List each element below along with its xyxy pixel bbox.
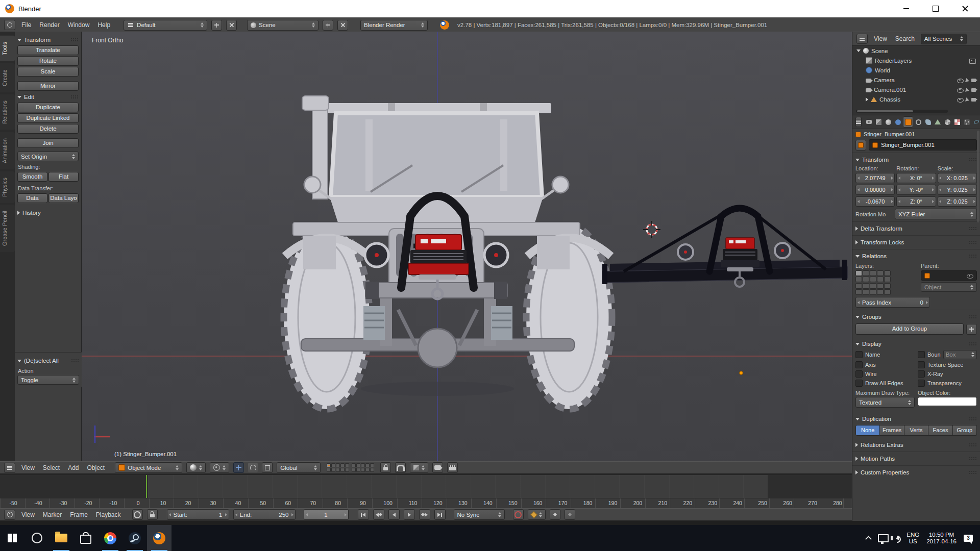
- scale-button[interactable]: Scale: [17, 67, 79, 77]
- layer-cell[interactable]: [877, 270, 884, 276]
- scale-z-field[interactable]: Z: 0.025: [938, 196, 977, 207]
- layer-cell[interactable]: [370, 463, 374, 467]
- steam-button[interactable]: [122, 525, 147, 551]
- duplication-group-button[interactable]: Group: [953, 425, 977, 436]
- duplication-frames-button[interactable]: Frames: [880, 425, 904, 436]
- duplication-faces-button[interactable]: Faces: [928, 425, 952, 436]
- tab-world[interactable]: [893, 117, 902, 127]
- hidden-icons-chevron[interactable]: [865, 536, 872, 542]
- delete-scene-button[interactable]: [337, 20, 348, 31]
- rotate-button[interactable]: Rotate: [17, 56, 79, 66]
- object-name-field[interactable]: Stinger_Bumper.001: [869, 139, 977, 151]
- selectability-cursor-icon[interactable]: [965, 78, 970, 83]
- renderability-camera-icon[interactable]: [971, 88, 976, 92]
- autokey-layered-button[interactable]: [147, 509, 158, 520]
- renderability-camera-icon[interactable]: [971, 79, 976, 82]
- visibility-eye-icon[interactable]: [957, 98, 964, 103]
- play-button[interactable]: [404, 509, 415, 520]
- layer-cell[interactable]: [855, 283, 862, 289]
- location-z-field[interactable]: -0.0670: [855, 196, 895, 207]
- layer-cell[interactable]: [863, 277, 869, 282]
- editor-type-timeline-icon[interactable]: [4, 510, 15, 520]
- viewport-menu-object[interactable]: Object: [85, 464, 107, 471]
- frame-end-field[interactable]: End:250: [233, 509, 296, 520]
- tab-particles[interactable]: [962, 117, 971, 127]
- manipulator-scale-button[interactable]: [262, 462, 273, 473]
- add-layout-button[interactable]: [211, 20, 222, 31]
- checkbox[interactable]: [855, 351, 863, 358]
- editor-type-info-icon[interactable]: [4, 20, 15, 30]
- speaker-icon[interactable]: [896, 536, 899, 541]
- layer-cell[interactable]: [345, 463, 349, 467]
- layer-cell[interactable]: [331, 463, 335, 467]
- snap-element-selector[interactable]: [410, 462, 428, 473]
- keying-set-selector[interactable]: [528, 509, 546, 520]
- panel-header-relations-extras[interactable]: Relations Extras: [855, 440, 977, 449]
- jeep-model[interactable]: [284, 96, 612, 409]
- selectability-cursor-icon[interactable]: [965, 97, 970, 103]
- rotation-y-field[interactable]: Y: -0°: [896, 185, 936, 195]
- duplicate-linked-button[interactable]: Duplicate Linked: [17, 113, 79, 123]
- layer-cell[interactable]: [863, 270, 869, 276]
- tab-physics[interactable]: Physics: [0, 171, 15, 203]
- opengl-render-anim-button[interactable]: [447, 462, 458, 473]
- layer-cell[interactable]: [855, 289, 862, 295]
- layer-cell[interactable]: [877, 277, 884, 282]
- panel-header-custom-properties[interactable]: Custom Properties: [855, 468, 977, 477]
- duplicate-button[interactable]: Duplicate: [17, 103, 79, 112]
- play-reverse-button[interactable]: [388, 509, 400, 520]
- editor-type-3dview-icon[interactable]: [4, 463, 15, 473]
- pass-index-field[interactable]: Pass Index0: [855, 297, 930, 308]
- translate-button[interactable]: Translate: [17, 45, 79, 55]
- minimize-button[interactable]: [891, 0, 921, 17]
- eyedropper-icon[interactable]: [967, 274, 973, 279]
- visibility-eye-icon[interactable]: [957, 88, 964, 93]
- scale-x-field[interactable]: X: 0.025: [938, 173, 977, 183]
- panel-header-deselect-all[interactable]: (De)select All: [17, 356, 79, 365]
- chrome-button[interactable]: [98, 525, 122, 551]
- layer-cell[interactable]: [340, 463, 345, 467]
- data-transfer-data-button[interactable]: Data: [17, 193, 47, 203]
- tab-render[interactable]: [864, 117, 873, 127]
- current-frame-field[interactable]: 1: [304, 509, 349, 520]
- layer-cell[interactable]: [352, 463, 356, 467]
- panel-header-delta-transform[interactable]: Delta Transform: [855, 224, 977, 233]
- outliner-menu-view[interactable]: View: [872, 35, 889, 42]
- outliner-display-mode[interactable]: All Scenes: [921, 34, 967, 44]
- panel-header-transform-locks[interactable]: Transform Locks: [855, 238, 977, 247]
- outliner-row-world[interactable]: World: [862, 65, 980, 75]
- next-keyframe-button[interactable]: [419, 509, 430, 520]
- tab-texture[interactable]: [952, 117, 962, 127]
- layer-cell[interactable]: [884, 289, 891, 295]
- outliner-row-camera[interactable]: Camera: [862, 75, 980, 85]
- layer-cell[interactable]: [877, 289, 884, 295]
- delete-layout-button[interactable]: [226, 20, 237, 31]
- layer-cell[interactable]: [361, 468, 365, 472]
- rotation-x-field[interactable]: X: 0°: [896, 173, 936, 183]
- tab-relations[interactable]: Relations: [0, 94, 15, 130]
- shade-smooth-button[interactable]: Smooth: [17, 172, 47, 182]
- delete-keyframe-button[interactable]: [565, 509, 575, 520]
- bounds-type-dropdown[interactable]: Box: [943, 350, 977, 359]
- layer-cell[interactable]: [331, 468, 335, 472]
- duplication-verts-button[interactable]: Verts: [904, 425, 928, 436]
- outliner-row-renderlayers[interactable]: RenderLayers: [862, 56, 980, 65]
- layer-cell[interactable]: [370, 468, 374, 472]
- action-center-icon[interactable]: 3: [964, 535, 973, 542]
- jump-to-start-button[interactable]: [358, 509, 369, 520]
- sync-mode-selector[interactable]: No Sync: [454, 509, 505, 520]
- set-origin-dropdown[interactable]: Set Origin: [17, 152, 79, 161]
- timeline-menu-view[interactable]: View: [19, 511, 37, 518]
- editor-type-properties-icon[interactable]: [855, 117, 862, 127]
- viewport-menu-view[interactable]: View: [19, 464, 37, 471]
- rotation-z-field[interactable]: Z: 0°: [896, 196, 936, 207]
- viewport-shading-selector[interactable]: [186, 462, 206, 473]
- timeline-playhead[interactable]: [146, 475, 147, 498]
- blender-taskbar-button[interactable]: [147, 525, 172, 551]
- checkbox[interactable]: [918, 370, 925, 378]
- timeline-menu-frame[interactable]: Frame: [68, 511, 90, 518]
- pivot-point-selector[interactable]: [210, 462, 229, 473]
- layer-cell[interactable]: [345, 468, 349, 472]
- file-explorer-button[interactable]: [49, 525, 74, 551]
- network-icon[interactable]: [878, 534, 889, 542]
